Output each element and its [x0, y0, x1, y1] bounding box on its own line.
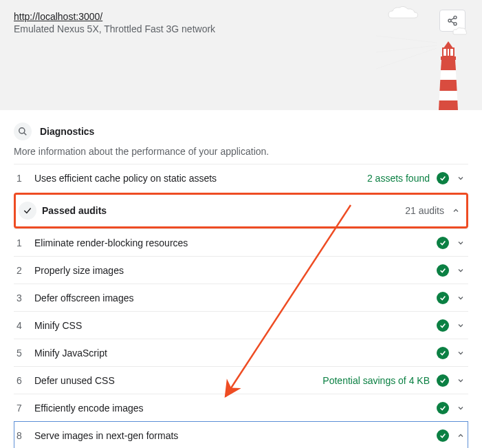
passed-audit-row[interactable]: 7 Efficiently encode images: [14, 394, 468, 421]
svg-line-3: [451, 18, 454, 20]
svg-marker-16: [439, 100, 458, 110]
chevron-down-icon[interactable]: [456, 173, 465, 183]
passed-audit-row[interactable]: 1 Eliminate render-blocking resources: [14, 228, 468, 256]
pass-check-icon: [437, 319, 449, 332]
svg-point-0: [454, 16, 457, 19]
diagnostics-description: More information about the performance o…: [14, 146, 468, 157]
audit-label: Eliminate render-blocking resources: [34, 237, 430, 248]
report-url[interactable]: http://localhost:3000/: [14, 11, 102, 22]
svg-marker-15: [439, 80, 457, 91]
pass-check-icon: [437, 237, 449, 249]
audit-label: Minify JavaScript: [34, 348, 430, 359]
audit-label: Uses efficient cache policy on static as…: [34, 173, 367, 184]
audit-number: 2: [14, 265, 34, 276]
chevron-up-icon[interactable]: [451, 206, 461, 215]
cloud-decoration: [386, 6, 420, 21]
pass-check-icon: [437, 264, 449, 277]
passed-audit-row[interactable]: 3 Defer offscreen images: [14, 284, 468, 311]
svg-rect-12: [441, 56, 456, 60]
chevron-down-icon[interactable]: [456, 293, 465, 303]
diagnostics-section: Diagnostics More information about the p…: [0, 110, 482, 448]
audit-result: 2 assets found: [367, 173, 430, 184]
passed-audits-title: Passed audits: [42, 205, 405, 216]
report-header: http://localhost:3000/ Emulated Nexus 5X…: [0, 0, 482, 110]
audit-number: 7: [14, 403, 34, 414]
audit-label: Serve images in next-gen formats: [34, 430, 430, 441]
diagnostics-audit-row[interactable]: 1 Uses efficient cache policy on static …: [14, 164, 468, 191]
pass-check-icon: [437, 429, 449, 442]
audit-label: Defer unused CSS: [34, 375, 322, 386]
audit-result: Potential savings of 4 KB: [322, 375, 430, 386]
check-icon: [19, 202, 36, 220]
passed-audit-row[interactable]: 5 Minify JavaScript: [14, 339, 468, 366]
cloud-decoration-small: [452, 26, 468, 36]
pass-check-icon: [437, 402, 449, 414]
audit-number: 4: [14, 320, 34, 331]
audit-label: Defer offscreen images: [34, 292, 430, 303]
lighthouse-light: [376, 33, 438, 77]
svg-line-4: [451, 21, 454, 23]
chevron-down-icon[interactable]: [456, 376, 465, 385]
chevron-down-icon[interactable]: [456, 403, 465, 413]
passed-audit-row[interactable]: 6 Defer unused CSS Potential savings of …: [14, 366, 468, 394]
svg-marker-14: [441, 60, 456, 70]
audit-number: 8: [14, 430, 34, 441]
audit-label: Properly size images: [34, 265, 430, 276]
passed-audits-count: 21 audits: [405, 205, 444, 216]
share-icon: [447, 15, 458, 26]
chevron-down-icon[interactable]: [456, 321, 465, 330]
svg-point-2: [454, 23, 457, 25]
chevron-down-icon[interactable]: [456, 266, 465, 275]
diagnostics-title: Diagnostics: [40, 126, 94, 137]
audit-number: 1: [14, 237, 34, 248]
audit-number: 6: [14, 375, 34, 386]
audit-number: 5: [14, 348, 34, 359]
diagnostics-header: Diagnostics: [14, 122, 468, 140]
pass-check-icon: [437, 347, 449, 359]
passed-audit-row[interactable]: 4 Minify CSS: [14, 311, 468, 339]
audit-label: Minify CSS: [34, 320, 430, 331]
svg-rect-9: [443, 48, 454, 56]
lighthouse-icon: [431, 41, 465, 110]
chevron-down-icon[interactable]: [456, 348, 465, 358]
chevron-up-icon[interactable]: [456, 431, 465, 440]
audit-number: 3: [14, 292, 34, 303]
svg-line-18: [24, 133, 27, 136]
svg-line-5: [376, 36, 437, 43]
passed-audits-header[interactable]: Passed audits 21 audits: [14, 193, 468, 228]
pass-check-icon: [437, 374, 449, 387]
svg-marker-8: [443, 41, 453, 48]
passed-audit-row-expanded[interactable]: 8 Serve images in next-gen formats: [14, 421, 468, 448]
audit-label: Efficiently encode images: [34, 403, 430, 414]
passed-audit-row[interactable]: 2 Properly size images: [14, 256, 468, 284]
pass-check-icon: [437, 292, 449, 304]
svg-point-1: [448, 19, 451, 22]
pass-check-icon: [437, 172, 449, 184]
svg-point-17: [19, 128, 25, 134]
chevron-down-icon[interactable]: [456, 238, 465, 248]
audit-number: 1: [14, 173, 34, 184]
magnifier-icon: [14, 122, 32, 140]
